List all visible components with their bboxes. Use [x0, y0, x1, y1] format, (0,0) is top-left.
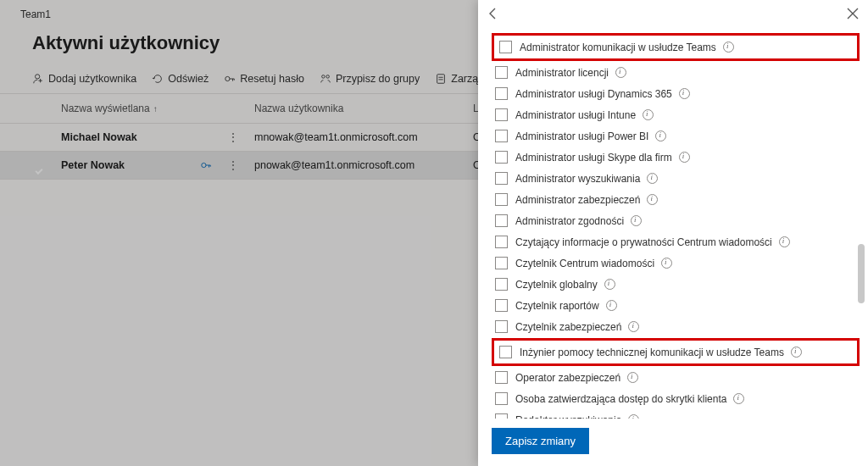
info-icon[interactable]	[647, 194, 658, 205]
checkbox[interactable]	[495, 392, 508, 405]
role-option[interactable]: Administrator zabezpieczeń	[492, 189, 860, 210]
key-icon[interactable]	[200, 159, 212, 171]
role-option[interactable]: Czytający informacje o prywatności Centr…	[492, 231, 860, 252]
info-icon[interactable]	[661, 258, 672, 269]
role-label: Administrator licencji	[515, 67, 609, 79]
info-icon[interactable]	[647, 173, 658, 184]
role-label: Administrator komunikacji w usłudze Team…	[520, 42, 716, 53]
info-icon[interactable]	[723, 42, 734, 53]
checkbox[interactable]	[495, 130, 508, 142]
info-icon[interactable]	[791, 347, 802, 358]
role-label: Administrator zgodności	[515, 215, 624, 227]
svg-point-5	[202, 163, 206, 167]
column-username[interactable]: Nazwa użytkownika	[254, 103, 473, 114]
role-option[interactable]: Administrator usługi Intune	[492, 104, 860, 125]
role-option[interactable]: Czytelnik globalny	[492, 274, 860, 295]
role-option[interactable]: Czytelnik zabezpieczeń	[492, 316, 860, 337]
refresh-icon	[152, 73, 164, 85]
more-actions-icon[interactable]: ⋮	[227, 135, 239, 140]
info-icon[interactable]	[679, 152, 690, 163]
role-label: Czytelnik Centrum wiadomości	[515, 258, 654, 269]
checkbox[interactable]	[495, 257, 508, 269]
checkbox[interactable]	[495, 236, 508, 248]
role-option[interactable]: Administrator usługi Skype dla firm	[492, 147, 860, 168]
person-add-icon	[32, 73, 44, 85]
toolbar-label: Przypisz do grupy	[336, 73, 420, 85]
assign-group-button[interactable]: Przypisz do grupy	[320, 73, 420, 85]
info-icon[interactable]	[631, 215, 642, 226]
checkbox[interactable]	[495, 278, 508, 291]
info-icon[interactable]	[779, 236, 790, 247]
roles-panel: Administrator komunikacji w usłudze Team…	[478, 0, 868, 466]
role-label: Czytający informacje o prywatności Centr…	[515, 236, 772, 248]
role-option[interactable]: Administrator wyszukiwania	[492, 168, 860, 189]
info-icon[interactable]	[679, 88, 690, 99]
info-icon[interactable]	[733, 393, 744, 404]
more-actions-icon[interactable]: ⋮	[227, 163, 239, 168]
role-label: Administrator wyszukiwania	[515, 173, 640, 185]
info-icon[interactable]	[655, 130, 666, 141]
info-icon[interactable]	[628, 414, 639, 419]
svg-point-3	[326, 75, 330, 79]
svg-point-1	[225, 76, 230, 80]
toolbar-label: Dodaj użytkownika	[48, 73, 136, 85]
column-display-name[interactable]: Nazwa wyświetlana ↑	[61, 103, 254, 114]
reset-password-button[interactable]: Resetuj hasło	[224, 73, 304, 85]
role-option[interactable]: Administrator zgodności	[492, 210, 860, 231]
info-icon[interactable]	[604, 279, 615, 290]
svg-point-2	[322, 75, 326, 79]
role-label: Czytelnik zabezpieczeń	[515, 321, 621, 333]
back-button[interactable]	[485, 5, 502, 22]
role-label: Administrator usługi Power BI	[515, 130, 648, 142]
role-label: Administrator usługi Skype dla firm	[515, 152, 672, 164]
toolbar-label: Resetuj hasło	[240, 73, 304, 85]
add-user-button[interactable]: Dodaj użytkownika	[32, 73, 136, 85]
role-option[interactable]: Czytelnik Centrum wiadomości	[492, 252, 860, 274]
info-icon[interactable]	[627, 372, 638, 383]
checkbox[interactable]	[495, 87, 508, 100]
user-email: pnowak@team1t.onmicrosoft.com	[254, 159, 473, 171]
info-icon[interactable]	[643, 109, 654, 120]
role-option[interactable]: Osoba zatwierdzająca dostęp do skrytki k…	[492, 388, 860, 409]
info-icon[interactable]	[628, 321, 639, 332]
checkbox[interactable]	[499, 346, 512, 358]
save-changes-button[interactable]: Zapisz zmiany	[492, 428, 589, 454]
checkbox[interactable]	[495, 66, 508, 79]
checkbox[interactable]	[499, 41, 512, 53]
checkbox[interactable]	[495, 214, 508, 227]
panel-scrollbar-thumb[interactable]	[858, 244, 865, 303]
role-label: Administrator usługi Intune	[515, 109, 636, 121]
role-label: Inżynier pomocy technicznej komunikacji …	[520, 347, 784, 358]
role-option[interactable]: Administrator licencji	[492, 62, 860, 83]
role-option[interactable]: Administrator usługi Dynamics 365	[492, 83, 860, 104]
checkbox[interactable]	[495, 299, 508, 312]
refresh-button[interactable]: Odśwież	[152, 73, 209, 85]
role-option[interactable]: Administrator komunikacji w usłudze Team…	[496, 36, 855, 58]
key-icon	[224, 73, 236, 85]
checkbox[interactable]	[495, 320, 508, 333]
checkbox[interactable]	[495, 172, 508, 185]
toolbar-label: Odśwież	[168, 73, 209, 85]
checkbox[interactable]	[495, 193, 508, 206]
info-icon[interactable]	[615, 67, 626, 78]
user-email: mnowak@team1t.onmicrosoft.com	[254, 131, 473, 143]
role-option[interactable]: Administrator usługi Power BI	[492, 125, 860, 147]
role-label: Administrator usługi Dynamics 365	[515, 88, 672, 100]
group-assign-icon	[320, 73, 331, 85]
svg-point-0	[36, 75, 40, 79]
role-label: Czytelnik raportów	[515, 300, 599, 312]
role-option[interactable]: Inżynier pomocy technicznej komunikacji …	[496, 341, 855, 363]
role-label: Administrator zabezpieczeń	[515, 194, 640, 206]
role-option[interactable]: Redaktor wyszukiwania	[492, 409, 860, 419]
close-button[interactable]	[844, 5, 861, 22]
role-option[interactable]: Operator zabezpieczeń	[492, 367, 860, 388]
roles-list[interactable]: Administrator komunikacji w usłudze Team…	[478, 25, 868, 419]
user-display-name: Michael Nowak	[61, 131, 137, 143]
checkbox[interactable]	[495, 371, 508, 384]
info-icon[interactable]	[606, 300, 617, 311]
license-icon	[435, 73, 447, 85]
sort-asc-icon: ↑	[153, 104, 158, 114]
checkbox[interactable]	[495, 151, 508, 164]
role-option[interactable]: Czytelnik raportów	[492, 295, 860, 316]
checkbox[interactable]	[495, 108, 508, 121]
